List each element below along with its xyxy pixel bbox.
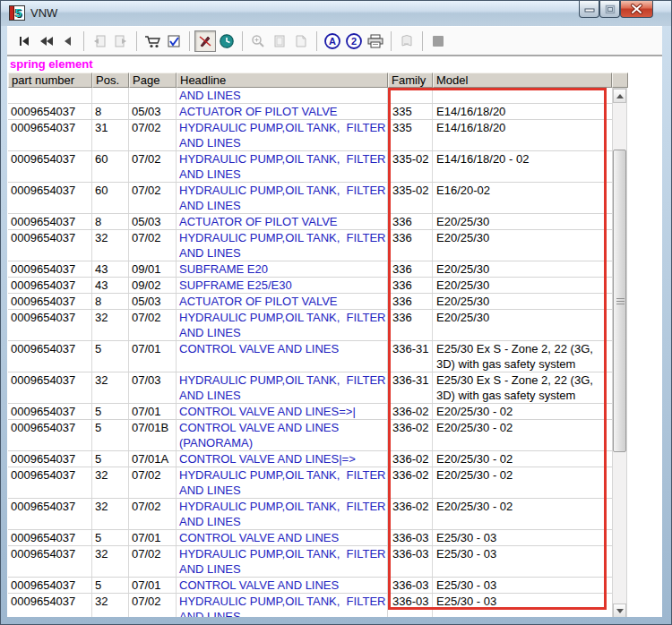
table-row[interactable]: 00096540373207/02HYDRAULIC PUMP,OIL TANK… [8, 499, 612, 530]
cell-headline: HYDRAULIC PUMP,OIL TANK, FILTER AND LINE… [177, 151, 388, 182]
table-row[interactable]: AND LINES [8, 88, 612, 104]
doc-previous-button[interactable] [89, 30, 110, 52]
table-row[interactable]: 0009654037507/01CONTROL VALVE AND LINES3… [8, 578, 612, 594]
column-header-pos[interactable]: Pos. [92, 73, 129, 88]
stop-icon [430, 33, 446, 49]
cell-page: 07/01B [129, 420, 177, 450]
order-form-icon [166, 33, 182, 49]
print-button[interactable] [365, 30, 386, 52]
table-row[interactable]: 00096540373107/02HYDRAULIC PUMP,OIL TANK… [8, 120, 612, 151]
title-bar[interactable]: 5 VNW [1, 1, 671, 26]
column-header-page[interactable]: Page [129, 73, 177, 88]
toolbar-separator [83, 31, 84, 51]
table-row[interactable]: 0009654037805/03ACTUATOR OF PILOT VALVE3… [8, 294, 612, 310]
column-header-model[interactable]: Model [433, 73, 612, 88]
cell-family: 336-03 [388, 530, 433, 545]
first-record-icon [17, 33, 33, 49]
page-button[interactable] [269, 30, 290, 52]
cell-pos: 5 [92, 341, 129, 372]
table-row[interactable]: 00096540376007/02HYDRAULIC PUMP,OIL TANK… [8, 183, 612, 214]
cell-headline: AND LINES [177, 88, 388, 103]
table-row[interactable]: 00096540374309/01SUBFRAME E20336E20/25/3… [8, 261, 612, 278]
table-row[interactable]: 00096540373207/03HYDRAULIC PUMP,OIL TANK… [8, 372, 612, 404]
cell-page: 07/02 [129, 467, 177, 498]
cell-part-number: 0009654037 [8, 499, 92, 529]
close-icon [631, 4, 642, 14]
cell-family: 336 [388, 261, 433, 277]
toolbar-separator [316, 31, 317, 51]
cell-part-number: 0009654037 [8, 151, 92, 182]
table-row[interactable]: 0009654037507/01CONTROL VALVE AND LINES3… [8, 341, 612, 372]
cell-headline: CONTROL VALVE AND LINES [177, 578, 388, 593]
zoom-button[interactable] [247, 30, 269, 52]
toolbar-separator [189, 31, 190, 51]
order-form-button[interactable] [163, 30, 185, 52]
cell-headline: SUBFRAME E20 [177, 261, 388, 277]
notes-button[interactable] [396, 30, 418, 52]
scroll-up-button[interactable] [613, 89, 626, 103]
table-row[interactable]: 00096540373207/02HYDRAULIC PUMP,OIL TANK… [8, 594, 612, 617]
cell-headline: HYDRAULIC PUMP,OIL TANK, FILTER AND LINE… [177, 467, 388, 498]
cell-pos: 32 [92, 499, 129, 529]
history-clock-button[interactable] [216, 30, 237, 52]
table-row[interactable]: 0009654037507/01CONTROL VALVE AND LINES=… [8, 404, 612, 420]
column-header-family[interactable]: Family [388, 73, 433, 88]
table-row[interactable]: 00096540373207/02HYDRAULIC PUMP,OIL TANK… [8, 467, 612, 499]
table-row[interactable]: 00096540373207/02HYDRAULIC PUMP,OIL TANK… [8, 230, 612, 261]
cell-model: E25/30 Ex S - Zone 2, 22 (3G, 3D) with g… [433, 372, 612, 403]
doc-next-button[interactable] [110, 30, 132, 52]
app-icon-bracket [10, 6, 14, 20]
cell-family: 336-02 [388, 451, 433, 467]
notes-icon [399, 33, 415, 49]
cell-page: 07/02 [129, 310, 177, 340]
table-row[interactable]: 0009654037805/03ACTUATOR OF PILOT VALVE3… [8, 214, 612, 230]
table-row[interactable]: 00096540374309/02SUPFRAME E25/E30336E20/… [8, 278, 612, 294]
page-icon [271, 33, 288, 49]
cell-part-number: 0009654037 [8, 230, 92, 261]
cart-button[interactable] [142, 30, 163, 52]
cell-headline: CONTROL VALVE AND LINES (PANORAMA) [177, 420, 388, 450]
minimize-button[interactable] [579, 1, 599, 18]
cell-model: E25/30 - 03 [433, 530, 612, 545]
page-alt-button[interactable] [290, 30, 312, 52]
column-header-headline[interactable]: Headline [177, 73, 388, 88]
table-row[interactable]: 0009654037507/01BCONTROL VALVE AND LINES… [8, 420, 612, 451]
previous-button[interactable] [57, 30, 79, 52]
table-row[interactable]: 00096540376007/02HYDRAULIC PUMP,OIL TANK… [8, 151, 612, 183]
cell-page: 07/03 [129, 372, 177, 403]
cell-page [129, 88, 177, 103]
annotation-pen-off-button[interactable] [194, 30, 216, 52]
maximize-button[interactable] [599, 1, 620, 18]
column-header-part-number[interactable]: part number [8, 73, 92, 88]
first-record-button[interactable] [14, 30, 36, 52]
cell-pos: 32 [92, 594, 129, 617]
cart-icon [144, 33, 161, 49]
rewind-button[interactable] [36, 30, 57, 52]
table-row[interactable]: 0009654037507/01CONTROL VALVE AND LINES3… [8, 530, 612, 546]
scroll-down-button[interactable] [613, 604, 626, 617]
cell-model: E20/25/30 - 02 [433, 451, 612, 467]
table-row[interactable]: 00096540373207/02HYDRAULIC PUMP,OIL TANK… [8, 546, 612, 578]
cell-headline: HYDRAULIC PUMP,OIL TANK, FILTER AND LINE… [177, 310, 388, 340]
cell-family [388, 88, 433, 103]
app-icon: 5 [9, 5, 25, 21]
table-row[interactable]: 0009654037805/03ACTUATOR OF PILOT VALVE3… [8, 104, 612, 120]
scrollbar-thumb[interactable] [613, 150, 626, 452]
page-alt-icon [293, 33, 309, 49]
cell-page: 07/01 [129, 341, 177, 372]
cell-family: 336-31 [388, 372, 433, 403]
cell-headline: ACTUATOR OF PILOT VALVE [177, 104, 388, 119]
cell-model: E14/16/18/20 [433, 120, 612, 150]
vertical-scrollbar[interactable] [612, 88, 627, 617]
table-row[interactable]: 0009654037507/01ACONTROL VALVE AND LINES… [8, 451, 612, 467]
circled-2-button[interactable]: 2 [343, 30, 365, 52]
cell-pos: 43 [92, 261, 129, 277]
close-button[interactable] [620, 1, 653, 18]
app-icon-5: 5 [15, 6, 22, 20]
table-row[interactable]: 00096540373207/02HYDRAULIC PUMP,OIL TANK… [8, 310, 612, 341]
cell-headline: HYDRAULIC PUMP,OIL TANK, FILTER AND LINE… [177, 594, 388, 617]
cell-family: 336-02 [388, 404, 433, 419]
stop-button[interactable] [427, 30, 449, 52]
cell-page: 05/03 [129, 214, 177, 229]
circled-a-button[interactable]: A [322, 30, 343, 52]
